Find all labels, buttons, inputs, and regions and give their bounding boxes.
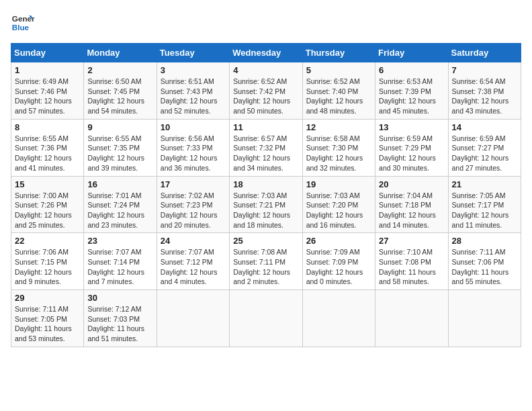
day-info: Sunrise: 7:07 AMSunset: 7:14 PMDaylight:… <box>87 247 152 287</box>
day-info: Sunrise: 7:08 AMSunset: 7:11 PMDaylight:… <box>233 247 298 287</box>
day-number: 11 <box>233 122 298 132</box>
calendar-day <box>230 290 302 347</box>
day-info: Sunrise: 6:54 AMSunset: 7:38 PMDaylight:… <box>452 77 517 116</box>
calendar-day: 17Sunrise: 7:02 AMSunset: 7:23 PMDayligh… <box>157 176 229 233</box>
day-info: Sunrise: 7:07 AMSunset: 7:12 PMDaylight:… <box>161 247 226 287</box>
calendar-day: 16Sunrise: 7:01 AMSunset: 7:24 PMDayligh… <box>84 176 157 233</box>
calendar-day: 23Sunrise: 7:07 AMSunset: 7:14 PMDayligh… <box>84 233 157 290</box>
day-info: Sunrise: 6:56 AMSunset: 7:33 PMDaylight:… <box>161 134 226 173</box>
calendar-day: 21Sunrise: 7:05 AMSunset: 7:17 PMDayligh… <box>448 176 521 233</box>
calendar-day: 27Sunrise: 7:10 AMSunset: 7:08 PMDayligh… <box>375 233 448 290</box>
logo-icon: General Blue <box>11 11 35 35</box>
header-row: SundayMondayTuesdayWednesdayThursdayFrid… <box>11 44 521 62</box>
header-day: Tuesday <box>157 44 229 62</box>
day-number: 8 <box>15 122 80 132</box>
calendar-day: 1Sunrise: 6:49 AMSunset: 7:46 PMDaylight… <box>11 62 84 120</box>
day-number: 16 <box>87 179 152 189</box>
day-info: Sunrise: 6:57 AMSunset: 7:32 PMDaylight:… <box>233 134 298 173</box>
calendar-week: 15Sunrise: 7:00 AMSunset: 7:26 PMDayligh… <box>11 176 521 233</box>
calendar-day: 15Sunrise: 7:00 AMSunset: 7:26 PMDayligh… <box>11 176 84 233</box>
day-info: Sunrise: 7:00 AMSunset: 7:26 PMDaylight:… <box>15 191 80 230</box>
day-info: Sunrise: 7:10 AMSunset: 7:08 PMDaylight:… <box>379 247 444 287</box>
day-info: Sunrise: 6:59 AMSunset: 7:29 PMDaylight:… <box>379 134 444 173</box>
day-number: 15 <box>15 179 80 189</box>
header-day: Wednesday <box>230 44 302 62</box>
calendar-day: 10Sunrise: 6:56 AMSunset: 7:33 PMDayligh… <box>157 119 229 176</box>
calendar-body: 1Sunrise: 6:49 AMSunset: 7:46 PMDaylight… <box>11 62 521 347</box>
day-info: Sunrise: 6:53 AMSunset: 7:39 PMDaylight:… <box>379 77 444 116</box>
day-number: 6 <box>379 65 444 75</box>
calendar-day <box>157 290 229 347</box>
day-info: Sunrise: 7:02 AMSunset: 7:23 PMDaylight:… <box>161 191 226 230</box>
calendar-day: 25Sunrise: 7:08 AMSunset: 7:11 PMDayligh… <box>230 233 302 290</box>
svg-text:General: General <box>12 14 35 23</box>
calendar-day: 13Sunrise: 6:59 AMSunset: 7:29 PMDayligh… <box>375 119 448 176</box>
calendar-day: 8Sunrise: 6:55 AMSunset: 7:36 PMDaylight… <box>11 119 84 176</box>
day-number: 3 <box>161 65 226 75</box>
calendar-day <box>302 290 375 347</box>
day-info: Sunrise: 6:55 AMSunset: 7:35 PMDaylight:… <box>87 134 152 173</box>
day-info: Sunrise: 7:12 AMSunset: 7:03 PMDaylight:… <box>87 304 152 344</box>
calendar-day: 28Sunrise: 7:11 AMSunset: 7:06 PMDayligh… <box>448 233 521 290</box>
day-number: 1 <box>15 65 80 75</box>
header-day: Saturday <box>448 44 521 62</box>
calendar-day: 3Sunrise: 6:51 AMSunset: 7:43 PMDaylight… <box>157 62 229 120</box>
calendar-day: 5Sunrise: 6:52 AMSunset: 7:40 PMDaylight… <box>302 62 375 120</box>
logo: General Blue <box>11 11 35 35</box>
header-day: Sunday <box>11 44 84 62</box>
day-number: 27 <box>379 236 444 246</box>
calendar-week: 22Sunrise: 7:06 AMSunset: 7:15 PMDayligh… <box>11 233 521 290</box>
day-number: 5 <box>306 65 371 75</box>
calendar-day: 11Sunrise: 6:57 AMSunset: 7:32 PMDayligh… <box>230 119 302 176</box>
day-info: Sunrise: 6:55 AMSunset: 7:36 PMDaylight:… <box>15 134 80 173</box>
calendar-day: 19Sunrise: 7:03 AMSunset: 7:20 PMDayligh… <box>302 176 375 233</box>
day-info: Sunrise: 7:06 AMSunset: 7:15 PMDaylight:… <box>15 247 80 287</box>
header-day: Monday <box>84 44 157 62</box>
day-info: Sunrise: 7:03 AMSunset: 7:20 PMDaylight:… <box>306 191 371 230</box>
day-info: Sunrise: 6:49 AMSunset: 7:46 PMDaylight:… <box>15 77 80 116</box>
day-info: Sunrise: 7:04 AMSunset: 7:18 PMDaylight:… <box>379 191 444 230</box>
day-info: Sunrise: 6:58 AMSunset: 7:30 PMDaylight:… <box>306 134 371 173</box>
day-number: 14 <box>452 122 517 132</box>
day-info: Sunrise: 7:01 AMSunset: 7:24 PMDaylight:… <box>87 191 152 230</box>
day-info: Sunrise: 7:11 AMSunset: 7:06 PMDaylight:… <box>452 247 517 287</box>
calendar-day: 14Sunrise: 6:59 AMSunset: 7:27 PMDayligh… <box>448 119 521 176</box>
calendar-table: SundayMondayTuesdayWednesdayThursdayFrid… <box>11 43 521 347</box>
day-number: 21 <box>452 179 517 189</box>
day-info: Sunrise: 6:52 AMSunset: 7:42 PMDaylight:… <box>233 77 298 116</box>
day-number: 4 <box>233 65 298 75</box>
calendar-day: 26Sunrise: 7:09 AMSunset: 7:09 PMDayligh… <box>302 233 375 290</box>
day-number: 18 <box>233 179 298 189</box>
header-day: Friday <box>375 44 448 62</box>
day-info: Sunrise: 7:05 AMSunset: 7:17 PMDaylight:… <box>452 191 517 230</box>
calendar-day: 24Sunrise: 7:07 AMSunset: 7:12 PMDayligh… <box>157 233 229 290</box>
day-number: 26 <box>306 236 371 246</box>
day-number: 20 <box>379 179 444 189</box>
calendar-day <box>375 290 448 347</box>
calendar-header: SundayMondayTuesdayWednesdayThursdayFrid… <box>11 44 521 62</box>
calendar-day: 30Sunrise: 7:12 AMSunset: 7:03 PMDayligh… <box>84 290 157 347</box>
day-number: 25 <box>233 236 298 246</box>
day-number: 12 <box>306 122 371 132</box>
page-header: General Blue <box>11 11 521 35</box>
day-number: 28 <box>452 236 517 246</box>
day-number: 17 <box>161 179 226 189</box>
day-info: Sunrise: 6:59 AMSunset: 7:27 PMDaylight:… <box>452 134 517 173</box>
calendar-day: 22Sunrise: 7:06 AMSunset: 7:15 PMDayligh… <box>11 233 84 290</box>
day-info: Sunrise: 6:52 AMSunset: 7:40 PMDaylight:… <box>306 77 371 116</box>
calendar-week: 29Sunrise: 7:11 AMSunset: 7:05 PMDayligh… <box>11 290 521 347</box>
day-number: 13 <box>379 122 444 132</box>
day-number: 2 <box>87 65 152 75</box>
day-number: 22 <box>15 236 80 246</box>
day-number: 7 <box>452 65 517 75</box>
header-day: Thursday <box>302 44 375 62</box>
calendar-day <box>448 290 521 347</box>
day-info: Sunrise: 7:09 AMSunset: 7:09 PMDaylight:… <box>306 247 371 287</box>
calendar-day: 6Sunrise: 6:53 AMSunset: 7:39 PMDaylight… <box>375 62 448 120</box>
calendar-day: 7Sunrise: 6:54 AMSunset: 7:38 PMDaylight… <box>448 62 521 120</box>
calendar-day: 2Sunrise: 6:50 AMSunset: 7:45 PMDaylight… <box>84 62 157 120</box>
calendar-day: 20Sunrise: 7:04 AMSunset: 7:18 PMDayligh… <box>375 176 448 233</box>
calendar-week: 8Sunrise: 6:55 AMSunset: 7:36 PMDaylight… <box>11 119 521 176</box>
day-number: 19 <box>306 179 371 189</box>
day-info: Sunrise: 7:03 AMSunset: 7:21 PMDaylight:… <box>233 191 298 230</box>
